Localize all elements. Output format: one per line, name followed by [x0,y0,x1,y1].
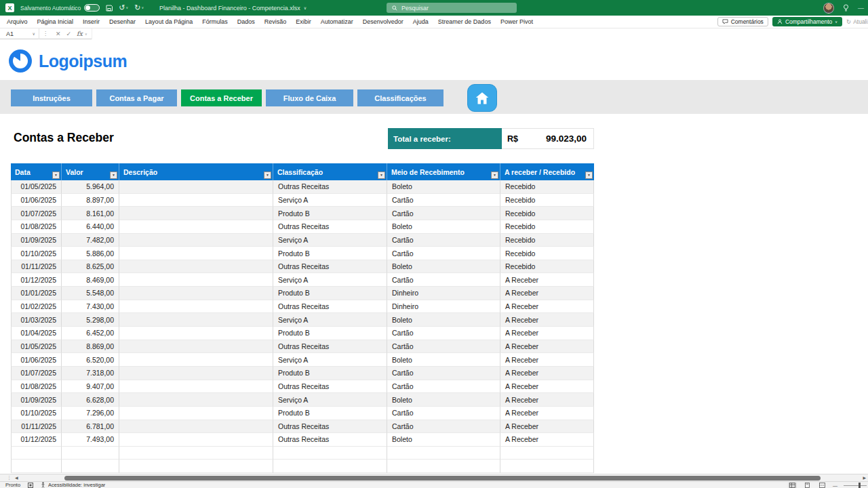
ribbon-tab-arquivo[interactable]: Arquivo [2,16,33,28]
table-cell[interactable]: 5.548,00 [62,287,119,300]
table-cell[interactable]: A Receber [500,313,594,327]
table-cell[interactable]: A Receber [500,300,594,314]
table-cell[interactable]: 01/04/2025 [11,327,62,340]
total-label-cell[interactable]: Total a receber: [388,128,502,149]
save-icon[interactable] [106,5,113,12]
ribbon-tab-desenvolvedor[interactable]: Desenvolvedor [358,16,408,28]
table-cell[interactable] [119,353,273,367]
table-cell[interactable]: 7.296,00 [62,407,119,420]
table-cell[interactable]: Serviço A [273,353,387,367]
table-cell[interactable]: A Receber [500,273,594,287]
table-cell[interactable] [119,247,273,260]
table-cell[interactable]: 01/08/2025 [11,220,62,234]
table-cell[interactable]: Cartão [387,273,500,287]
table-cell[interactable]: 01/11/2025 [11,260,62,274]
table-cell[interactable]: 01/09/2025 [11,234,62,247]
ribbon-tab-ajuda[interactable]: Ajuda [408,16,433,28]
document-title[interactable]: Planilha - Dashboard Financeiro - Compet… [159,5,307,12]
table-cell[interactable]: Recebido [500,180,594,194]
table-cell[interactable]: Outras Receitas [273,433,387,447]
enter-icon[interactable]: ✓ [66,30,72,37]
table-cell[interactable] [119,300,273,314]
table-cell[interactable]: Produto B [273,207,387,220]
table-cell[interactable]: 01/11/2025 [11,420,62,434]
ribbon-tab-automatizar[interactable]: Automatizar [316,16,358,28]
table-cell[interactable] [119,380,273,394]
table-cell[interactable]: Cartão [387,234,500,247]
table-cell[interactable]: 7.430,00 [62,300,119,314]
table-cell[interactable]: 6.452,00 [62,327,119,340]
table-cell[interactable] [119,327,273,340]
table-cell[interactable] [273,460,387,473]
insert-function-icon[interactable]: fx [77,30,83,37]
table-cell[interactable]: 6.781,00 [62,420,119,434]
table-cell[interactable] [500,447,594,460]
undo-button[interactable]: ↺∨ [119,4,128,12]
table-cell[interactable]: Boleto [387,260,500,274]
table-cell[interactable]: Outras Receitas [273,260,387,274]
table-cell[interactable] [119,260,273,274]
table-cell[interactable]: A Receber [500,287,594,300]
table-cell[interactable]: A Receber [500,327,594,340]
table-cell[interactable]: 8.869,00 [62,340,119,354]
table-cell[interactable]: 01/08/2025 [11,380,62,394]
table-cell[interactable]: Cartão [387,247,500,260]
table-cell[interactable]: A Receber [500,433,594,447]
ribbon-tab-dados[interactable]: Dados [233,16,260,28]
table-cell[interactable]: 01/07/2025 [11,367,62,380]
scroll-right-icon[interactable]: ▶ [863,475,866,480]
table-cell[interactable] [273,447,387,460]
filter-dropdown-icon[interactable]: ▼ [378,171,385,179]
ribbon-tab-inserir[interactable]: Inserir [78,16,104,28]
column-header-valor[interactable]: Valor▼ [62,163,119,180]
table-cell[interactable]: 01/02/2025 [11,300,62,314]
table-cell[interactable]: Cartão [387,367,500,380]
redo-button[interactable]: ↻∨ [134,4,144,12]
filter-dropdown-icon[interactable]: ▼ [491,171,498,179]
table-cell[interactable]: Boleto [387,313,500,327]
table-cell[interactable]: 5.886,00 [62,247,119,260]
table-cell[interactable]: 01/05/2025 [11,340,62,354]
table-cell[interactable]: Produto B [273,247,387,260]
table-cell[interactable]: A Receber [500,340,594,354]
ribbon-tab-desenhar[interactable]: Desenhar [104,16,140,28]
ribbon-tab-revisao[interactable]: Revisão [260,16,292,28]
cancel-icon[interactable]: ✕ [56,30,61,37]
table-cell[interactable]: Outras Receitas [273,300,387,314]
table-cell[interactable]: Cartão [387,194,500,207]
minimize-button[interactable]: — [858,5,864,12]
table-cell[interactable]: Cartão [387,327,500,340]
table-cell[interactable]: 01/05/2025 [11,180,62,194]
table-cell[interactable]: 01/12/2025 [11,433,62,447]
table-cell[interactable]: Serviço A [273,194,387,207]
accessibility-status[interactable]: Acessibilidade: investigar [41,482,105,488]
ribbon-tab-layout-da-pagina[interactable]: Layout da Página [140,16,197,28]
table-cell[interactable]: 01/12/2025 [11,273,62,287]
column-header-descricao[interactable]: Descrição▼ [119,163,273,180]
table-cell[interactable]: Dinheiro [387,287,500,300]
formula-bar-splitter[interactable]: ⋮ [39,30,52,37]
table-cell[interactable] [119,313,273,327]
table-cell[interactable]: Boleto [387,393,500,407]
total-value-cell[interactable]: R$ 99.023,00 [502,128,594,149]
share-button[interactable]: Compartilhamento ∨ [772,17,842,26]
table-cell[interactable] [119,220,273,234]
table-cell[interactable]: 01/10/2025 [11,407,62,420]
ribbon-tab-power-pivot[interactable]: Power Pivot [496,16,538,28]
zoom-out-button[interactable]: — [833,483,837,488]
zoom-slider[interactable] [844,485,867,486]
table-cell[interactable]: A Receber [500,380,594,394]
table-cell[interactable]: 6.440,00 [62,220,119,234]
comments-button[interactable]: Comentários [717,17,768,26]
view-normal-button[interactable] [788,483,797,488]
table-cell[interactable] [119,340,273,354]
table-cell[interactable] [500,460,594,473]
table-cell[interactable] [119,433,273,447]
table-cell[interactable]: 9.407,00 [62,380,119,394]
table-cell[interactable]: Serviço A [273,313,387,327]
name-box[interactable]: A1 ∨ [0,28,39,39]
table-cell[interactable] [11,447,62,460]
table-cell[interactable]: 6.628,00 [62,393,119,407]
table-cell[interactable] [62,447,119,460]
table-cell[interactable] [119,460,273,473]
